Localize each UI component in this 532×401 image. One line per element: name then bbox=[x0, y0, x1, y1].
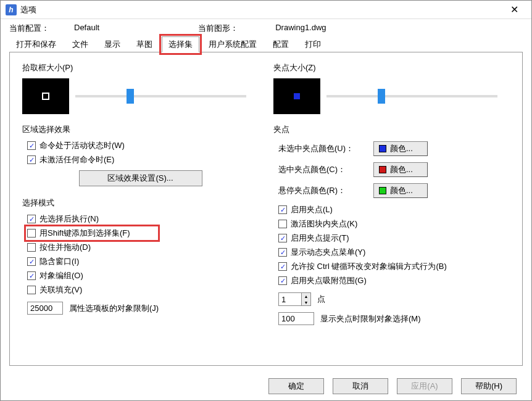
checkbox-icon bbox=[27, 286, 36, 294]
area-selection-title: 区域选择效果 bbox=[22, 124, 259, 135]
chk-object-group[interactable]: ✓ 对象编组(O) bbox=[27, 270, 259, 281]
grip-preview bbox=[273, 78, 320, 114]
options-dialog: h 选项 ✕ 当前配置： Default 当前图形： Drawing1.dwg … bbox=[0, 0, 532, 401]
help-button[interactable]: 帮助(H) bbox=[461, 378, 517, 394]
pickbox-size-label: 拾取框大小(P) bbox=[22, 62, 259, 73]
chk-press-drag[interactable]: 按住并拖动(D) bbox=[27, 242, 259, 253]
current-drawing-value: Drawing1.dwg bbox=[275, 23, 326, 34]
tab-user-sys[interactable]: 用户系统配置 bbox=[202, 36, 264, 52]
grip-size-label: 夹点大小(Z) bbox=[273, 62, 510, 73]
chk-select-first[interactable]: ✓ 先选择后执行(N) bbox=[27, 213, 259, 225]
pickbox-square-icon bbox=[42, 93, 49, 100]
unselected-grip-color-label: 未选中夹点颜色(U)： bbox=[278, 143, 373, 154]
pickbox-preview bbox=[22, 78, 69, 114]
chk-shift-add[interactable]: 用Shift键添加到选择集(F) bbox=[27, 228, 157, 239]
pickbox-slider[interactable] bbox=[75, 95, 246, 97]
hover-grip-color-row: 悬停夹点颜色(R)： 颜色... bbox=[278, 183, 510, 198]
tab-content: 拾取框大小(P) 区域选择效果 ✓ 命令处于活动状态时(W) ✓ 未激活任何命令… bbox=[9, 52, 523, 366]
checkbox-icon: ✓ bbox=[27, 155, 36, 164]
right-column: 夹点大小(Z) 夹点 未选中夹点颜色(U)： 颜色... 选中夹点颜色(C)： bbox=[273, 62, 510, 355]
checkbox-icon bbox=[27, 243, 36, 252]
grip-point-input[interactable] bbox=[278, 292, 302, 306]
tab-selection[interactable]: 选择集 bbox=[162, 36, 199, 52]
property-limit-input[interactable] bbox=[27, 302, 63, 315]
color-swatch bbox=[379, 145, 386, 152]
app-icon: h bbox=[6, 4, 17, 15]
grip-slider[interactable] bbox=[326, 95, 497, 97]
pickbox-preview-row bbox=[22, 78, 259, 114]
chk-assoc-hatch[interactable]: 关联填充(V) bbox=[27, 284, 259, 296]
spinner-up-icon[interactable]: ▲ bbox=[302, 293, 310, 299]
current-config-label: 当前配置： bbox=[9, 23, 49, 34]
current-config-value: Default bbox=[74, 23, 99, 34]
grip-point-label: 点 bbox=[317, 294, 325, 305]
grip-limit-label: 显示夹点时限制对象选择(M) bbox=[320, 313, 421, 325]
chk-ctrl-cycle[interactable]: ✓ 允许按 Ctrl 键循环改变对象编辑方式行为(B) bbox=[278, 261, 510, 272]
close-icon[interactable]: ✕ bbox=[502, 4, 526, 15]
color-swatch bbox=[379, 187, 386, 194]
hover-grip-color-button[interactable]: 颜色... bbox=[373, 183, 428, 198]
grip-square-icon bbox=[294, 93, 300, 99]
chk-grip-tips[interactable]: ✓ 启用夹点提示(T) bbox=[278, 233, 510, 244]
color-swatch bbox=[379, 166, 386, 173]
checkbox-icon: ✓ bbox=[27, 215, 36, 223]
grip-preview-row bbox=[273, 78, 510, 114]
grip-limit-input[interactable] bbox=[278, 312, 314, 325]
checkbox-icon bbox=[27, 229, 36, 238]
selected-grip-color-button[interactable]: 颜色... bbox=[373, 162, 428, 177]
ok-button[interactable]: 确定 bbox=[268, 378, 324, 394]
chk-block-grips[interactable]: 激活图块内夹点(K) bbox=[278, 218, 510, 229]
checkbox-icon: ✓ bbox=[278, 248, 287, 257]
property-limit-row: 属性选项板的对象限制(J) bbox=[27, 302, 259, 315]
chk-grip-snap[interactable]: ✓ 启用夹点吸附范围(G) bbox=[278, 275, 510, 286]
slider-thumb[interactable] bbox=[127, 89, 134, 104]
checkbox-icon: ✓ bbox=[27, 257, 36, 266]
selected-grip-color-label: 选中夹点颜色(C)： bbox=[278, 164, 373, 175]
apply-button[interactable]: 应用(A) bbox=[397, 378, 452, 394]
chk-no-command[interactable]: ✓ 未激活任何命令时(E) bbox=[27, 154, 259, 165]
checkbox-icon: ✓ bbox=[27, 141, 36, 150]
hover-grip-color-label: 悬停夹点颜色(R)： bbox=[278, 185, 373, 196]
checkbox-icon: ✓ bbox=[278, 262, 287, 271]
footer: 确定 取消 应用(A) 帮助(H) bbox=[1, 372, 531, 400]
window-title: 选项 bbox=[20, 4, 502, 15]
current-drawing-label: 当前图形： bbox=[198, 23, 238, 34]
property-limit-label: 属性选项板的对象限制(J) bbox=[69, 303, 159, 314]
tab-file[interactable]: 文件 bbox=[65, 36, 95, 52]
tab-print[interactable]: 打印 bbox=[298, 36, 328, 52]
cancel-button[interactable]: 取消 bbox=[333, 378, 388, 394]
unselected-grip-color-row: 未选中夹点颜色(U)： 颜色... bbox=[278, 141, 510, 156]
titlebar: h 选项 ✕ bbox=[1, 1, 531, 19]
chk-command-active[interactable]: ✓ 命令处于活动状态时(W) bbox=[27, 140, 259, 151]
config-row: 当前配置： Default 当前图形： Drawing1.dwg bbox=[1, 19, 531, 36]
area-settings-button[interactable]: 区域效果设置(S)... bbox=[79, 170, 202, 186]
checkbox-icon: ✓ bbox=[27, 271, 36, 280]
checkbox-icon: ✓ bbox=[278, 205, 287, 214]
unselected-grip-color-button[interactable]: 颜色... bbox=[373, 141, 428, 156]
chk-implied-window[interactable]: ✓ 隐含窗口(I) bbox=[27, 256, 259, 267]
tab-display[interactable]: 显示 bbox=[98, 36, 127, 52]
slider-thumb[interactable] bbox=[378, 89, 385, 104]
left-column: 拾取框大小(P) 区域选择效果 ✓ 命令处于活动状态时(W) ✓ 未激活任何命令… bbox=[22, 62, 259, 355]
grip-section-title: 夹点 bbox=[273, 124, 510, 135]
checkbox-icon bbox=[278, 220, 287, 228]
chk-dynamic-grip-menu[interactable]: ✓ 显示动态夹点菜单(Y) bbox=[278, 247, 510, 258]
checkbox-icon: ✓ bbox=[278, 234, 287, 242]
grip-limit-row: 显示夹点时限制对象选择(M) bbox=[278, 312, 510, 325]
tabs: 打开和保存 文件 显示 草图 选择集 用户系统配置 配置 打印 bbox=[1, 36, 531, 52]
tab-open-save[interactable]: 打开和保存 bbox=[9, 36, 63, 52]
tab-sketch[interactable]: 草图 bbox=[130, 36, 159, 52]
checkbox-icon: ✓ bbox=[278, 276, 287, 285]
grip-point-spinner: ▲ ▼ bbox=[278, 292, 311, 306]
grip-point-row: ▲ ▼ 点 bbox=[278, 292, 510, 306]
selected-grip-color-row: 选中夹点颜色(C)： 颜色... bbox=[278, 162, 510, 177]
selection-mode-title: 选择模式 bbox=[22, 197, 259, 209]
chk-enable-grips[interactable]: ✓ 启用夹点(L) bbox=[278, 204, 510, 215]
tab-profile[interactable]: 配置 bbox=[266, 36, 296, 52]
spinner-buttons: ▲ ▼ bbox=[302, 292, 311, 306]
spinner-down-icon[interactable]: ▼ bbox=[302, 299, 310, 305]
